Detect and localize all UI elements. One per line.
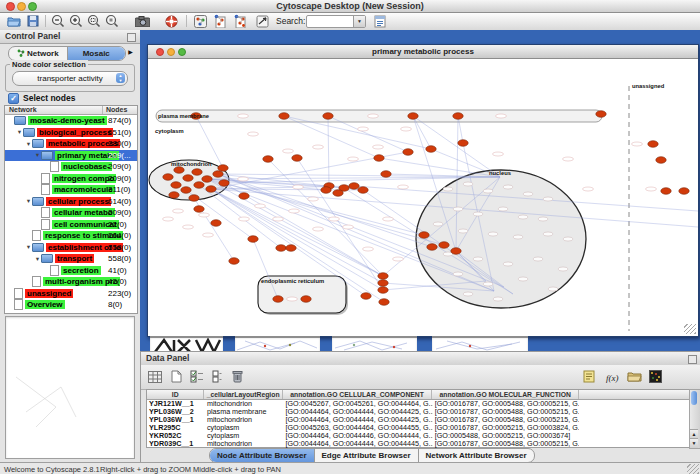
- zoom-out-icon[interactable]: [50, 14, 66, 28]
- network-window-titlebar[interactable]: primary metabolic process: [148, 45, 698, 59]
- new-attribute-icon[interactable]: [168, 369, 184, 384]
- attribute-table-icon[interactable]: [147, 369, 163, 384]
- network-node[interactable]: [458, 140, 468, 147]
- network-node[interactable]: [378, 287, 388, 294]
- network-node[interactable]: [426, 146, 436, 153]
- search-input[interactable]: ▼: [306, 15, 366, 28]
- tree-row[interactable]: nucleobase-209(0): [5, 161, 137, 173]
- tree-row[interactable]: ▼primary metabo209(...: [5, 150, 137, 162]
- tree-row[interactable]: multi-organism pro42(0): [5, 276, 137, 288]
- expander-icon[interactable]: ▼: [34, 152, 41, 158]
- attribute-matrix-icon[interactable]: [647, 369, 663, 384]
- import-attributes-icon[interactable]: [626, 369, 642, 384]
- network-node[interactable]: [273, 296, 283, 303]
- tree-row[interactable]: Overview8(0): [5, 299, 137, 311]
- column-header[interactable]: [579, 390, 690, 399]
- network-node[interactable]: [239, 193, 249, 200]
- node-color-dropdown[interactable]: transporter activity ▲▼: [12, 71, 128, 86]
- network-node[interactable]: [229, 258, 239, 265]
- edge[interactable]: [218, 174, 500, 177]
- table-scrollbar[interactable]: ▲ ▼: [689, 389, 700, 449]
- tree-row[interactable]: macromolecule311(0): [5, 184, 137, 196]
- tree-row[interactable]: cellular metabo209(0): [5, 207, 137, 219]
- manage-network-b-icon[interactable]: [232, 14, 248, 28]
- notepad-icon[interactable]: [581, 369, 597, 384]
- network-node[interactable]: [301, 296, 311, 303]
- network-node[interactable]: [218, 165, 228, 172]
- search-options-icon[interactable]: [372, 14, 388, 28]
- column-header[interactable]: ID: [147, 390, 204, 399]
- network-node[interactable]: [408, 113, 418, 120]
- network-node[interactable]: [358, 187, 368, 194]
- network-node[interactable]: [453, 113, 463, 120]
- tree-row[interactable]: nitrogen compo209(0): [5, 173, 137, 185]
- network-node[interactable]: [263, 156, 273, 163]
- network-node[interactable]: [679, 188, 689, 195]
- help-icon[interactable]: [163, 14, 179, 28]
- network-node[interactable]: [169, 192, 179, 199]
- network-node[interactable]: [323, 113, 333, 120]
- network-node[interactable]: [378, 273, 388, 280]
- column-header[interactable]: annotation.GO CELLULAR_COMPONENT: [283, 390, 433, 399]
- network-node[interactable]: [439, 242, 449, 249]
- scroll-down-icon[interactable]: ▼: [690, 438, 698, 448]
- delete-attribute-icon[interactable]: [229, 369, 245, 384]
- attribute-table[interactable]: ID_cellularLayoutRegionannotation.GO CEL…: [146, 389, 691, 448]
- network-node[interactable]: [279, 113, 289, 120]
- tab-node-attribute-browser[interactable]: Node Attribute Browser: [210, 449, 314, 462]
- expander-icon[interactable]: ▼: [25, 141, 32, 147]
- tab-mosaic[interactable]: Mosaic: [67, 47, 126, 60]
- network-node[interactable]: [661, 188, 671, 195]
- table-row[interactable]: YJR121W__1mitochondrion[GO:0045267, GO:0…: [147, 400, 690, 408]
- expander-icon[interactable]: ▼: [25, 198, 32, 204]
- network-node[interactable]: [419, 232, 429, 239]
- tree-row[interactable]: response to stimulu264(0): [5, 230, 137, 242]
- tree-row[interactable]: ▼cellular process614(0): [5, 196, 137, 208]
- network-node[interactable]: [202, 176, 212, 183]
- network-node[interactable]: [656, 157, 666, 164]
- open-file-icon[interactable]: [6, 14, 22, 28]
- network-node[interactable]: [292, 155, 302, 162]
- vizmapper-icon[interactable]: [192, 14, 208, 28]
- expander-icon[interactable]: ▼: [16, 129, 23, 135]
- network-node[interactable]: [379, 299, 389, 306]
- network-node[interactable]: [194, 206, 204, 213]
- tab-overflow-arrow-icon[interactable]: ▶: [126, 48, 135, 57]
- network-node[interactable]: [361, 293, 371, 300]
- network-node[interactable]: [219, 180, 229, 187]
- network-node[interactable]: [194, 182, 204, 189]
- network-node[interactable]: [248, 236, 258, 243]
- network-canvas[interactable]: plasma membranecytoplasmmitochondrionnuc…: [148, 59, 698, 336]
- snapshot-icon[interactable]: [134, 14, 150, 28]
- tab-edge-attribute-browser[interactable]: Edge Attribute Browser: [314, 449, 418, 462]
- edge[interactable]: [211, 189, 383, 283]
- import-network-icon[interactable]: [254, 14, 270, 28]
- unselect-attributes-icon[interactable]: [209, 369, 225, 384]
- tree-row[interactable]: mosaic-demo-yeast874(0): [5, 115, 137, 127]
- tree-row[interactable]: ▼metabolic process280(0): [5, 138, 137, 150]
- tree-row[interactable]: ▼biological_process651(0): [5, 127, 137, 139]
- window-resize-grip[interactable]: [687, 464, 699, 474]
- network-node[interactable]: [213, 171, 223, 178]
- search-dropdown-arrow-icon[interactable]: ▼: [353, 16, 365, 27]
- expander-icon[interactable]: ▼: [34, 256, 41, 262]
- network-node[interactable]: [403, 149, 413, 156]
- network-node[interactable]: [183, 175, 193, 182]
- canvas-resize-grip[interactable]: [684, 324, 696, 334]
- edge[interactable]: [413, 116, 500, 177]
- edge[interactable]: [211, 189, 383, 290]
- table-row[interactable]: YKR052Ccytoplasm[GO:0044464, GO:0044446,…: [147, 432, 690, 440]
- table-row[interactable]: YDR039C__1mitochondrion[GO:0044464, GO:0…: [147, 440, 690, 448]
- network-node[interactable]: [174, 167, 184, 174]
- table-row[interactable]: YPL036W__1mitochondrion[GO:0044464, GO:0…: [147, 416, 690, 424]
- network-node[interactable]: [349, 183, 359, 190]
- tree-row[interactable]: unassigned223(0): [5, 288, 137, 300]
- network-node[interactable]: [171, 182, 181, 189]
- scrollbar-thumb[interactable]: [691, 391, 697, 405]
- column-header[interactable]: _cellularLayoutRegion: [204, 390, 282, 399]
- float-panel-icon[interactable]: [688, 355, 697, 364]
- tree-row[interactable]: ▼transport558(0): [5, 253, 137, 265]
- network-node[interactable]: [381, 171, 391, 178]
- zoom-in-icon[interactable]: [68, 14, 84, 28]
- edge[interactable]: [268, 159, 383, 276]
